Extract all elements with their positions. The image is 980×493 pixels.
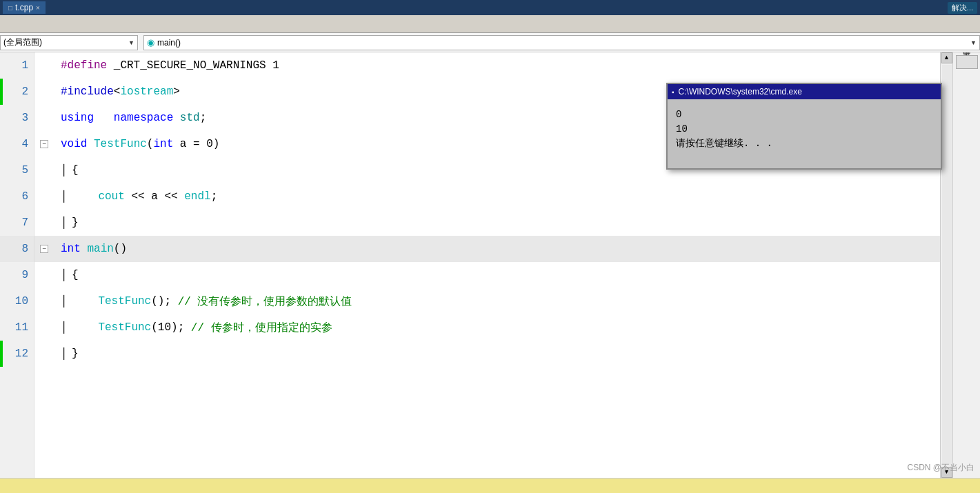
- testfunc-name: TestFunc: [94, 138, 147, 150]
- indent-2: [40, 85, 61, 98]
- int-keyword-4: int: [153, 138, 173, 150]
- watermark: CSDN @不当小白: [907, 462, 974, 474]
- cmd-output-1: 0: [676, 108, 932, 122]
- line-num-11: 11: [0, 314, 34, 341]
- cmd-window: ▪ C:\WINDOWS\system32\cmd.exe 0 10 请按任意键…: [666, 83, 942, 170]
- title-bar: □ t.cpp × 解决...: [0, 0, 980, 15]
- scope-bar: (全局范围) ▼ ◉ main() ▼: [0, 33, 980, 52]
- search-panel-btn[interactable]: 搜索: [956, 55, 978, 69]
- scope-left-value: (全局范围): [3, 37, 42, 48]
- resolve-button[interactable]: 解决...: [948, 2, 977, 14]
- right-panel: 搜索: [952, 52, 980, 478]
- line-num-10: 10: [0, 288, 34, 314]
- cmd-output-3: 请按任意键继续. . .: [676, 137, 932, 151]
- tab-filename: t.cpp: [15, 3, 33, 12]
- indent-8: −: [40, 245, 61, 253]
- indent-6: [40, 190, 61, 203]
- cmd-title: C:\WINDOWS\system32\cmd.exe: [679, 87, 802, 97]
- indent-10: [40, 295, 61, 308]
- toolbar: [0, 15, 980, 33]
- code-line-8: − int main (): [34, 236, 940, 262]
- void-keyword: void: [61, 138, 87, 150]
- line-num-4: 4: [0, 131, 34, 157]
- include-lt: <: [114, 85, 121, 98]
- define-content: _CRT_SECURE_NO_WARNINGS 1: [114, 59, 279, 72]
- pin-icon: □: [8, 4, 12, 12]
- indent-3: [40, 112, 61, 124]
- scope-right-value: main(): [157, 38, 181, 48]
- scope-left-dropdown[interactable]: (全局范围) ▼: [0, 35, 138, 50]
- collapse-4[interactable]: −: [40, 140, 48, 148]
- vline-9: │: [61, 269, 72, 281]
- vline-12: │: [61, 348, 72, 360]
- cmd-body: 0 10 请按任意键继续. . .: [668, 99, 941, 168]
- line-num-7: 7: [0, 210, 34, 236]
- define-keyword: #define: [61, 59, 114, 72]
- comment-10: // 没有传参时，使用参数的默认值: [178, 294, 352, 309]
- green-bar-2: [0, 79, 3, 105]
- line-num-12: 12: [0, 341, 34, 367]
- code-line-9: │ {: [34, 262, 940, 288]
- indent-11: [40, 321, 61, 334]
- line-num-8: 8: [0, 236, 34, 262]
- vline-11: │: [61, 321, 72, 334]
- cmd-output-2: 10: [676, 122, 932, 137]
- comment-11: // 传参时，使用指定的实参: [191, 321, 332, 335]
- vline-10: │: [61, 295, 72, 308]
- cmd-icon: ▪: [672, 88, 674, 96]
- vline-5: │: [61, 164, 72, 177]
- code-line-11: │ TestFunc (10); // 传参时，使用指定的实参: [34, 314, 940, 341]
- line-num-6: 6: [0, 183, 34, 210]
- code-line-6: │ cout << a << endl ;: [34, 183, 940, 210]
- indent-1: [40, 59, 61, 72]
- vline-6: │: [61, 190, 72, 203]
- line-numbers: 1 2 3 4 5 6 7: [0, 52, 34, 478]
- include-gt: >: [173, 85, 180, 98]
- line-num-9: 9: [0, 262, 34, 288]
- int-keyword-8: int: [61, 243, 81, 255]
- status-bar: CSDN @不当小白: [0, 478, 980, 493]
- scope-right-arrow: ▼: [970, 39, 977, 46]
- vline-7: │: [61, 217, 72, 229]
- cmd-titlebar: ▪ C:\WINDOWS\system32\cmd.exe: [668, 84, 941, 99]
- scroll-track[interactable]: [942, 65, 952, 465]
- code-line-10: │ TestFunc (); // 没有传参时，使用参数的默认值: [34, 288, 940, 314]
- code-line-7: │ }: [34, 210, 940, 236]
- endl-text: endl: [184, 190, 210, 203]
- line-num-3: 3: [0, 105, 34, 131]
- title-bar-right: 解决...: [948, 2, 977, 14]
- testfunc-call-1: TestFunc: [98, 295, 151, 308]
- code-line-12: │ }: [34, 341, 940, 367]
- scroll-up-button[interactable]: ▲: [941, 52, 952, 63]
- collapse-8[interactable]: −: [40, 245, 48, 253]
- tab-close-button[interactable]: ×: [36, 4, 40, 12]
- indent-4: −: [40, 140, 61, 148]
- cout-text: cout: [98, 190, 124, 203]
- scope-right-icon: ◉: [147, 37, 154, 48]
- include-keyword: #include: [61, 85, 114, 98]
- line-num-2: 2: [0, 79, 34, 105]
- indent-12: [40, 348, 61, 360]
- iostream-text: iostream: [120, 85, 173, 98]
- line-num-5: 5: [0, 157, 34, 183]
- scope-left-arrow: ▼: [128, 39, 134, 46]
- line-num-1: 1: [0, 52, 34, 79]
- namespace-keyword: namespace: [114, 112, 173, 124]
- scope-right-dropdown[interactable]: ◉ main() ▼: [143, 35, 980, 50]
- green-bar-12: [0, 341, 3, 367]
- indent-7: [40, 217, 61, 229]
- code-line-1: #define _CRT_SECURE_NO_WARNINGS 1: [34, 52, 940, 79]
- testfunc-call-2: TestFunc: [98, 321, 151, 334]
- editor-tab[interactable]: □ t.cpp ×: [3, 1, 46, 14]
- std-text: std: [180, 112, 200, 124]
- indent-9: [40, 269, 61, 281]
- indent-5: [40, 164, 61, 177]
- using-keyword: using: [61, 112, 94, 124]
- main-name: main: [87, 243, 113, 255]
